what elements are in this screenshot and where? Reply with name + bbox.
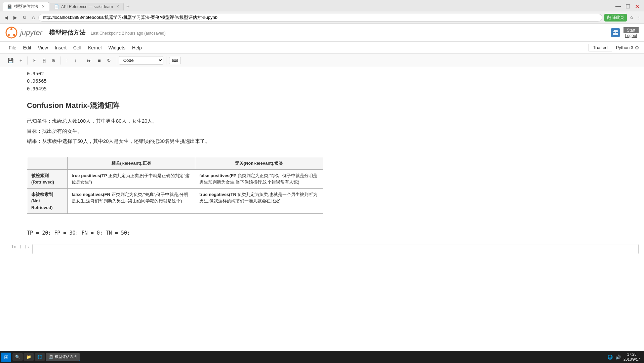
- minimize-button[interactable]: —: [613, 3, 623, 10]
- menu-insert[interactable]: Insert: [51, 44, 70, 52]
- fp-label: false positives(FP: [199, 173, 238, 178]
- output-line-3: 0.96495: [27, 85, 639, 92]
- new-tab-button[interactable]: +: [124, 3, 132, 10]
- active-tab[interactable]: 📓 模型评估方法 ✕: [3, 2, 49, 11]
- table-cell-fn: false negatives(FN 正类判定为负类,"去真",例子中就是,分明…: [68, 188, 195, 214]
- menu-edit[interactable]: Edit: [20, 44, 35, 52]
- maximize-button[interactable]: ☐: [623, 3, 632, 10]
- stop-button[interactable]: ■: [95, 56, 103, 65]
- start-button[interactable]: Start: [623, 27, 639, 33]
- taskbar-jupyter-label: 模型评估方法: [55, 354, 77, 359]
- jupyter-logo-mark: [5, 27, 17, 39]
- menu-view[interactable]: View: [35, 44, 51, 52]
- tab-favicon: 📓: [7, 4, 12, 9]
- time: 17:25: [623, 352, 640, 357]
- notebook-title-area: 模型评估方法 Last Checkpoint: 2 hours ago (aut…: [49, 29, 166, 37]
- tab-title: 模型评估方法: [14, 4, 38, 9]
- tab-close-icon[interactable]: ✕: [42, 4, 45, 9]
- inactive-tab[interactable]: 📄 API Reference — scikit-learn ✕: [50, 3, 124, 10]
- toolbar-separator-3: [82, 56, 82, 65]
- clock: 17:25 2018/9/17: [623, 352, 640, 362]
- logout-button[interactable]: Logout: [625, 33, 637, 38]
- notebook-content: 0.9502 0.96565 0.96495 Confusion Matrix-…: [0, 67, 644, 363]
- formula-line: TP = 20; FP = 30; FN = 0; TN = 50;: [0, 225, 644, 241]
- settings-icon[interactable]: ⋮: [637, 15, 641, 20]
- run-button[interactable]: ⏭: [85, 56, 94, 65]
- tab2-close-icon[interactable]: ✕: [116, 4, 119, 9]
- copy-button[interactable]: ⎘: [40, 56, 48, 65]
- window-controls: — ☐ ✕: [613, 3, 641, 10]
- table-row1-header: 被检索到 (Retrieved): [27, 169, 68, 188]
- taskbar-items: 🔍 📁 🌐 📓 模型评估方法: [11, 353, 605, 361]
- save-button[interactable]: 💾: [5, 56, 16, 65]
- back-button[interactable]: ◀: [3, 14, 10, 21]
- table-header-relevant: 相关(Relevant),正类: [68, 157, 195, 170]
- add-cell-button[interactable]: +: [17, 56, 25, 65]
- address-bar[interactable]: [38, 14, 602, 22]
- toolbar-separator-2: [61, 56, 61, 65]
- move-up-button[interactable]: ↑: [64, 56, 71, 65]
- notebook-title[interactable]: 模型评估方法: [49, 29, 85, 36]
- fn-label: false negatives(FN: [72, 192, 112, 197]
- keyboard-shortcuts-button[interactable]: ⌨: [169, 57, 181, 64]
- jupyter-header: jupyter 模型评估方法 Last Checkpoint: 2 hours …: [0, 24, 644, 42]
- kernel-info: Python 3: [616, 45, 639, 50]
- kernel-name: Python 3: [616, 45, 633, 50]
- output-line-2: 0.96565: [27, 77, 639, 85]
- toolbar: 💾 + ✂ ⎘ ⊕ ↑ ↓ ⏭ ■ ↻ Code Markdown Raw NB…: [0, 54, 644, 67]
- menu-bar: File Edit View Insert Cell Kernel Widget…: [0, 42, 644, 54]
- cell-type-select[interactable]: Code Markdown Raw NBConvert Heading: [119, 56, 163, 65]
- output-line-1: 0.9502: [27, 70, 639, 77]
- svg-point-2: [8, 34, 10, 36]
- taskbar-search[interactable]: 🔍: [12, 353, 23, 361]
- close-button[interactable]: ✕: [633, 3, 641, 10]
- svg-point-1: [10, 28, 12, 30]
- desc-line-2: 目标：找出所有的女生。: [27, 126, 639, 136]
- empty-cell: In [ ]:: [0, 241, 644, 274]
- user-menu: Start Logout: [623, 27, 639, 38]
- restart-button[interactable]: ↻: [105, 56, 113, 65]
- translate-button[interactable]: 翻 译此页: [604, 14, 627, 22]
- menu-cell[interactable]: Cell: [70, 44, 85, 52]
- jupyter-logo: jupyter: [5, 27, 42, 39]
- formula-text: TP = 20; FP = 30; FN = 0; TN = 50;: [27, 230, 130, 236]
- toolbar-separator-1: [27, 56, 28, 65]
- menu-file[interactable]: File: [5, 44, 20, 52]
- menu-widgets[interactable]: Widgets: [105, 44, 129, 52]
- tab2-favicon: 📄: [54, 4, 59, 9]
- jupyter-right: Start Logout: [611, 27, 639, 38]
- menu-kernel[interactable]: Kernel: [85, 44, 105, 52]
- paste-button[interactable]: ⊕: [49, 56, 58, 65]
- forward-button[interactable]: ▶: [12, 14, 19, 21]
- description-text: 已知条件：班级总人数100人，其中男生80人，女生20人。 目标：找出所有的女生…: [27, 116, 639, 146]
- menu-help[interactable]: Help: [129, 44, 145, 52]
- taskbar: ⊞ 🔍 📁 🌐 📓 模型评估方法 🌐 🔊 17:25 2018/9/17: [0, 351, 644, 363]
- trusted-button[interactable]: Trusted: [589, 44, 612, 51]
- toolbar-separator-5: [166, 56, 166, 65]
- refresh-button[interactable]: ↻: [21, 14, 28, 21]
- volume-icon[interactable]: 🔊: [615, 355, 621, 360]
- home-button[interactable]: ⌂: [30, 14, 36, 21]
- taskbar-jupyter[interactable]: 📓 模型评估方法: [46, 353, 80, 361]
- section-heading: Confusion Matrix-混淆矩阵: [27, 100, 639, 111]
- bookmark-icon[interactable]: ☆: [630, 15, 634, 20]
- desc-line-1: 已知条件：班级总人数100人，其中男生80人，女生20人。: [27, 116, 639, 126]
- move-down-button[interactable]: ↓: [72, 56, 79, 65]
- svg-point-3: [13, 34, 15, 36]
- desc-line-3: 结果：从班级中选择了50人，其中20人是女生，还错误的把30名男生挑选出来了。: [27, 136, 639, 146]
- cut-button[interactable]: ✂: [30, 56, 39, 65]
- taskbar-explorer[interactable]: 📁: [24, 353, 34, 361]
- network-icon[interactable]: 🌐: [607, 355, 613, 360]
- table-header-nonrelevant: 无关(NonRelevant),负类: [195, 157, 323, 170]
- confusion-matrix-section: Confusion Matrix-混淆矩阵 已知条件：班级总人数100人，其中男…: [0, 95, 644, 225]
- tab2-title: API Reference — scikit-learn: [61, 4, 113, 9]
- date: 2018/9/17: [623, 357, 640, 362]
- toolbar-separator-4: [116, 56, 116, 65]
- start-menu-button[interactable]: ⊞: [1, 353, 11, 362]
- taskbar-jupyter-icon: 📓: [48, 354, 53, 359]
- confusion-matrix-table: 相关(Relevant),正类 无关(NonRelevant),负类 被检索到 …: [27, 157, 323, 214]
- cell-input[interactable]: [32, 244, 639, 254]
- table-cell-tn: true negatives(TN 负类判定为负类,也就是一个男生被判断为男生,…: [195, 188, 323, 214]
- table-cell-fp: false positives(FP 负类判定为正类,"存伪",例子中就是分明是…: [195, 169, 323, 188]
- taskbar-edge[interactable]: 🌐: [35, 353, 45, 361]
